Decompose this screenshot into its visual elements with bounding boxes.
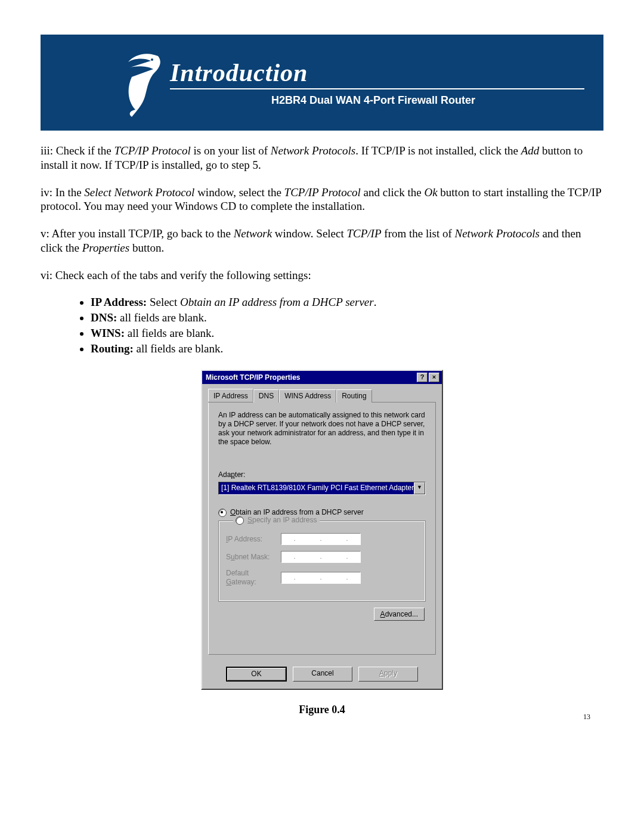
header-banner: Introduction H2BR4 Dual WAN 4-Port Firew… xyxy=(41,35,603,131)
tab-ip-address[interactable]: IP Address xyxy=(208,389,253,402)
page-number: 13 xyxy=(583,713,590,721)
adapter-label: Adapter: xyxy=(218,470,426,479)
ip-address-field-row: IP Address: ... xyxy=(226,533,418,545)
banner-title: Introduction xyxy=(170,58,308,87)
paragraph-v: v: After you install TCP/IP, go back to … xyxy=(41,227,603,255)
body-content: iii: Check if the TCP/IP Protocol is on … xyxy=(41,144,603,717)
tab-strip: IP Address DNS WINS Address Routing xyxy=(208,389,436,402)
radio-specify-ip[interactable]: Specify an IP address xyxy=(233,516,320,525)
list-item: Routing: all fields are blank. xyxy=(91,342,603,356)
tab-routing[interactable]: Routing xyxy=(336,389,371,402)
dialog-titlebar[interactable]: Microsoft TCP/IP Properties ? × xyxy=(202,371,442,384)
dropdown-icon[interactable]: ▼ xyxy=(414,482,425,494)
tab-dns[interactable]: DNS xyxy=(253,389,279,402)
specify-ip-group: Specify an IP address IP Address: ... Su… xyxy=(218,521,426,602)
ok-button[interactable]: OK xyxy=(226,667,287,682)
adapter-selected-value: [1] Realtek RTL8139/810X Family PCI Fast… xyxy=(219,482,414,494)
paragraph-vi: vi: Check each of the tabs and verify th… xyxy=(41,268,603,283)
default-gateway-input[interactable]: ... xyxy=(281,572,361,584)
radio-icon[interactable] xyxy=(236,516,244,525)
advanced-button[interactable]: Advanced... xyxy=(374,608,425,621)
subnet-mask-input[interactable]: ... xyxy=(281,551,361,563)
settings-bullet-list: IP Address: Select Obtain an IP address … xyxy=(78,295,603,355)
dialog-button-bar: OK Cancel Apply xyxy=(202,661,442,689)
adapter-select[interactable]: [1] Realtek RTL8139/810X Family PCI Fast… xyxy=(218,482,426,495)
paragraph-iii: iii: Check if the TCP/IP Protocol is on … xyxy=(41,144,603,172)
apply-button[interactable]: Apply xyxy=(358,667,418,682)
list-item: WINS: all fields are blank. xyxy=(91,326,603,340)
paragraph-iv: iv: In the Select Network Protocol windo… xyxy=(41,185,603,214)
subnet-mask-field-row: Subnet Mask: ... xyxy=(226,551,418,563)
figure-caption: Figure 0.4 xyxy=(41,703,603,717)
ip-address-input[interactable]: ... xyxy=(281,533,361,545)
cancel-button[interactable]: Cancel xyxy=(293,667,352,682)
description-text: An IP address can be automatically assig… xyxy=(218,411,426,447)
list-item: IP Address: Select Obtain an IP address … xyxy=(91,295,603,309)
svg-point-0 xyxy=(151,58,153,61)
tab-wins-address[interactable]: WINS Address xyxy=(279,389,336,402)
default-gateway-field-row: Default Gateway: ... xyxy=(226,569,418,587)
list-item: DNS: all fields are blank. xyxy=(91,311,603,325)
dialog-title: Microsoft TCP/IP Properties xyxy=(206,373,300,382)
tcpip-properties-dialog: Microsoft TCP/IP Properties ? × IP Addre… xyxy=(201,370,443,690)
banner-rule xyxy=(170,88,584,89)
radio-icon[interactable] xyxy=(218,509,227,517)
tab-panel-ip-address: An IP address can be automatically assig… xyxy=(208,402,436,655)
close-button[interactable]: × xyxy=(429,373,439,382)
banner-subtitle: H2BR4 Dual WAN 4-Port Firewall Router xyxy=(271,94,475,107)
eagle-logo-icon xyxy=(116,44,170,119)
help-button[interactable]: ? xyxy=(417,373,428,382)
